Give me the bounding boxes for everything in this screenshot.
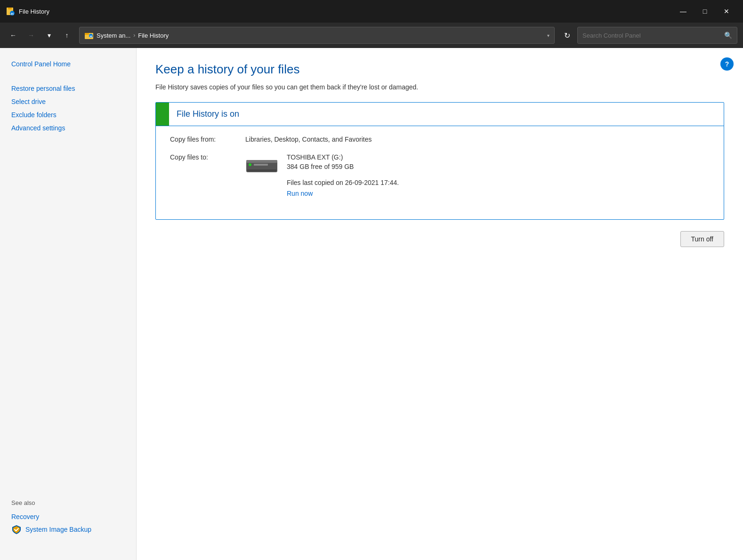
search-input[interactable]: [582, 32, 721, 39]
drive-icon: [245, 153, 278, 178]
system-image-backup-link[interactable]: System Image Backup: [11, 522, 125, 536]
content-area: Control Panel Home Restore personal file…: [0, 48, 743, 560]
sidebar-item-control-panel-home[interactable]: Control Panel Home: [0, 57, 136, 71]
see-also-label: See also: [11, 499, 125, 506]
titlebar-controls: — □ ✕: [672, 4, 737, 19]
drive-space: 384 GB free of 959 GB: [287, 163, 399, 170]
search-bar: 🔍: [577, 27, 737, 44]
status-title: File History is on: [169, 103, 247, 126]
copy-from-row: Copy files from: Libraries, Desktop, Con…: [170, 136, 710, 143]
folder-icon: H: [84, 31, 94, 40]
sidebar: Control Panel Home Restore personal file…: [0, 48, 137, 560]
file-history-titlebar-icon: H: [6, 7, 15, 16]
maximize-button[interactable]: □: [694, 4, 716, 19]
turn-off-row: Turn off: [155, 231, 724, 247]
recovery-link[interactable]: Recovery: [11, 511, 125, 522]
svg-rect-10: [247, 169, 276, 171]
copy-from-label: Copy files from:: [170, 136, 245, 143]
main-window: H File History — □ ✕ ← → ▾ ↑ H System an…: [0, 0, 743, 560]
close-button[interactable]: ✕: [716, 4, 737, 19]
status-body: Copy files from: Libraries, Desktop, Con…: [156, 126, 724, 219]
sidebar-item-select-drive[interactable]: Select drive: [0, 95, 136, 108]
status-box: File History is on Copy files from: Libr…: [155, 102, 724, 220]
drive-container: TOSHIBA EXT (G:) 384 GB free of 959 GB F…: [245, 153, 399, 198]
recovery-label: Recovery: [11, 513, 39, 520]
svg-point-11: [249, 163, 251, 166]
address-bar[interactable]: H System an... › File History ▾: [79, 27, 555, 44]
svg-text:H: H: [89, 35, 92, 38]
system-image-backup-label: System Image Backup: [25, 526, 91, 533]
copy-to-label: Copy files to:: [170, 153, 245, 161]
sidebar-item-restore-personal-files[interactable]: Restore personal files: [0, 82, 136, 95]
svg-rect-1: [8, 8, 12, 9]
breadcrumb-separator: ›: [133, 32, 135, 39]
address-dropdown-arrow[interactable]: ▾: [547, 33, 549, 38]
up-button[interactable]: ↑: [59, 28, 74, 43]
status-header: File History is on: [156, 103, 724, 126]
titlebar-title: File History: [19, 8, 672, 15]
sidebar-bottom: See also Recovery System Image Backup: [0, 490, 136, 551]
search-icon[interactable]: 🔍: [724, 32, 732, 39]
page-subtitle: File History saves copies of your files …: [155, 83, 724, 91]
svg-text:H: H: [11, 12, 14, 16]
breadcrumb: System an... › File History: [97, 32, 544, 39]
forward-button[interactable]: →: [24, 28, 39, 43]
page-title: Keep a history of your files: [155, 62, 724, 77]
last-copied-text: Files last copied on 26-09-2021 17:44.: [287, 179, 399, 186]
shield-icon: [11, 524, 22, 535]
drive-name: TOSHIBA EXT (G:): [287, 153, 399, 161]
drive-info: TOSHIBA EXT (G:) 384 GB free of 959 GB F…: [287, 153, 399, 198]
copy-to-row: Copy files to: TOSHIBA EXT: [170, 153, 710, 198]
svg-rect-12: [254, 164, 268, 166]
svg-rect-9: [246, 160, 277, 163]
breadcrumb-part2: File History: [138, 32, 169, 39]
svg-rect-5: [85, 33, 89, 35]
sidebar-item-advanced-settings[interactable]: Advanced settings: [0, 121, 136, 135]
copy-from-value: Libraries, Desktop, Contacts, and Favori…: [245, 136, 372, 143]
minimize-button[interactable]: —: [672, 4, 694, 19]
breadcrumb-part1: System an...: [97, 32, 130, 39]
help-button[interactable]: ?: [720, 57, 734, 71]
sidebar-item-exclude-folders[interactable]: Exclude folders: [0, 108, 136, 121]
refresh-button[interactable]: ↻: [559, 28, 574, 43]
run-now-link[interactable]: Run now: [287, 190, 313, 197]
turn-off-button[interactable]: Turn off: [680, 231, 724, 247]
main-panel: ? Keep a history of your files File Hist…: [137, 48, 743, 560]
recent-locations-button[interactable]: ▾: [41, 28, 57, 43]
navbar: ← → ▾ ↑ H System an... › File History ▾ …: [0, 23, 743, 48]
status-indicator-green: [156, 103, 169, 126]
back-button[interactable]: ←: [6, 28, 21, 43]
titlebar: H File History — □ ✕: [0, 0, 743, 23]
